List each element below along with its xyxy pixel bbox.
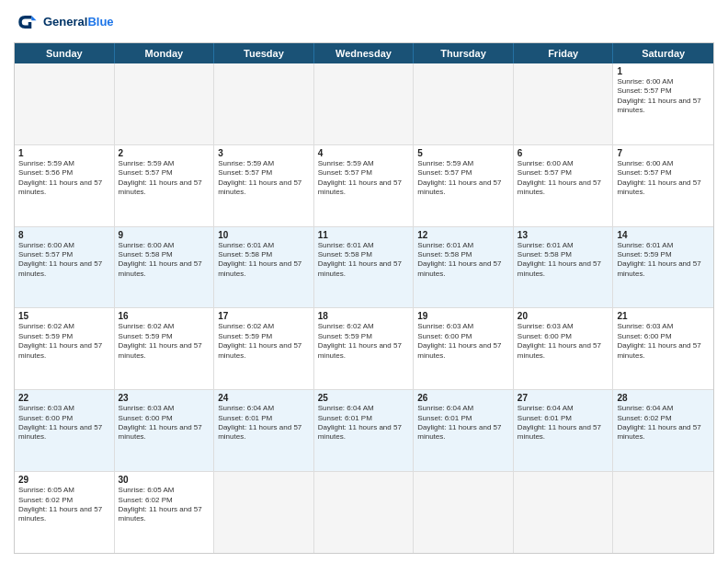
day-number: 26 (417, 393, 509, 403)
day-number: 13 (518, 230, 609, 240)
cell-info: Sunrise: 5:59 AMSunset: 5:56 PMDaylight:… (18, 159, 110, 198)
calendar-cell: 17Sunrise: 6:02 AMSunset: 5:59 PMDayligh… (214, 308, 314, 389)
cell-info: Sunrise: 6:03 AMSunset: 6:00 PMDaylight:… (18, 404, 110, 442)
cell-info: Sunrise: 6:01 AMSunset: 5:59 PMDaylight:… (617, 241, 710, 280)
day-number: 12 (417, 230, 509, 240)
day-number: 15 (18, 311, 110, 321)
day-number: 4 (318, 148, 410, 158)
day-number: 22 (18, 393, 110, 403)
cell-info: Sunrise: 6:00 AMSunset: 5:57 PMDaylight:… (518, 159, 609, 198)
cell-info: Sunrise: 6:01 AMSunset: 5:58 PMDaylight:… (417, 241, 509, 280)
day-number: 9 (119, 230, 210, 240)
calendar-cell: 3Sunrise: 5:59 AMSunset: 5:57 PMDaylight… (214, 145, 314, 226)
cell-info: Sunrise: 6:00 AMSunset: 5:57 PMDaylight:… (617, 77, 710, 116)
calendar-cell (514, 472, 614, 553)
cell-info: Sunrise: 5:59 AMSunset: 5:57 PMDaylight:… (218, 159, 310, 198)
day-number: 10 (218, 230, 310, 240)
calendar-cell: 26Sunrise: 6:04 AMSunset: 6:01 PMDayligh… (414, 390, 514, 471)
day-number: 11 (318, 230, 410, 240)
day-number: 30 (119, 475, 210, 485)
calendar-cell (15, 63, 115, 144)
calendar-cell: 1Sunrise: 6:00 AMSunset: 5:57 PMDaylight… (613, 63, 713, 144)
cell-info: Sunrise: 6:04 AMSunset: 6:01 PMDaylight:… (518, 404, 609, 442)
calendar-row: 22Sunrise: 6:03 AMSunset: 6:00 PMDayligh… (15, 390, 713, 472)
day-header-sunday: Sunday (15, 43, 115, 63)
calendar-row: 15Sunrise: 6:02 AMSunset: 5:59 PMDayligh… (15, 308, 713, 390)
cell-info: Sunrise: 6:05 AMSunset: 6:02 PMDaylight:… (18, 486, 110, 524)
calendar-cell: 27Sunrise: 6:04 AMSunset: 6:01 PMDayligh… (514, 390, 614, 471)
day-header-saturday: Saturday (613, 43, 713, 63)
calendar-cell (214, 472, 314, 553)
svg-rect-0 (14, 9, 40, 35)
day-number: 1 (617, 66, 710, 76)
calendar-cell: 18Sunrise: 6:02 AMSunset: 5:59 PMDayligh… (314, 308, 415, 389)
calendar-cell (613, 472, 713, 553)
cell-info: Sunrise: 6:04 AMSunset: 6:01 PMDaylight:… (218, 404, 310, 442)
day-number: 21 (617, 311, 710, 321)
calendar-cell (314, 472, 415, 553)
day-number: 14 (617, 230, 710, 240)
day-header-monday: Monday (115, 43, 215, 63)
calendar-cell (314, 63, 415, 144)
cell-info: Sunrise: 6:00 AMSunset: 5:57 PMDaylight:… (18, 241, 110, 280)
calendar-row: 1Sunrise: 6:00 AMSunset: 5:57 PMDaylight… (15, 63, 713, 145)
cell-info: Sunrise: 6:02 AMSunset: 5:59 PMDaylight:… (18, 322, 110, 361)
calendar-cell: 28Sunrise: 6:04 AMSunset: 6:02 PMDayligh… (613, 390, 713, 471)
day-number: 27 (518, 393, 609, 403)
cell-info: Sunrise: 6:01 AMSunset: 5:58 PMDaylight:… (218, 241, 310, 280)
calendar-cell: 30Sunrise: 6:05 AMSunset: 6:02 PMDayligh… (115, 472, 215, 553)
cell-info: Sunrise: 5:59 AMSunset: 5:57 PMDaylight:… (318, 159, 410, 198)
cell-info: Sunrise: 6:04 AMSunset: 6:01 PMDaylight:… (417, 404, 509, 442)
cell-info: Sunrise: 6:02 AMSunset: 5:59 PMDaylight:… (218, 322, 310, 361)
calendar-cell: 6Sunrise: 6:00 AMSunset: 5:57 PMDaylight… (514, 145, 614, 226)
day-header-friday: Friday (514, 43, 614, 63)
calendar-cell: 9Sunrise: 6:00 AMSunset: 5:58 PMDaylight… (115, 227, 215, 308)
calendar: SundayMondayTuesdayWednesdayThursdayFrid… (14, 42, 714, 554)
day-number: 8 (18, 230, 110, 240)
cell-info: Sunrise: 6:03 AMSunset: 6:00 PMDaylight:… (417, 322, 509, 361)
calendar-cell: 21Sunrise: 6:03 AMSunset: 6:00 PMDayligh… (613, 308, 713, 389)
day-number: 19 (417, 311, 509, 321)
calendar-cell: 24Sunrise: 6:04 AMSunset: 6:01 PMDayligh… (214, 390, 314, 471)
calendar-cell: 7Sunrise: 6:00 AMSunset: 5:57 PMDaylight… (613, 145, 713, 226)
calendar-cell: 22Sunrise: 6:03 AMSunset: 6:00 PMDayligh… (15, 390, 115, 471)
calendar-row: 29Sunrise: 6:05 AMSunset: 6:02 PMDayligh… (15, 472, 713, 553)
cell-info: Sunrise: 6:02 AMSunset: 5:59 PMDaylight:… (318, 322, 410, 361)
calendar-cell: 23Sunrise: 6:03 AMSunset: 6:00 PMDayligh… (115, 390, 215, 471)
day-number: 16 (119, 311, 210, 321)
day-number: 25 (318, 393, 410, 403)
cell-info: Sunrise: 6:01 AMSunset: 5:58 PMDaylight:… (518, 241, 609, 280)
cell-info: Sunrise: 5:59 AMSunset: 5:57 PMDaylight:… (417, 159, 509, 198)
calendar-cell: 20Sunrise: 6:03 AMSunset: 6:00 PMDayligh… (514, 308, 614, 389)
calendar-cell: 10Sunrise: 6:01 AMSunset: 5:58 PMDayligh… (214, 227, 314, 308)
calendar-row: 1Sunrise: 5:59 AMSunset: 5:56 PMDaylight… (15, 145, 713, 227)
calendar-cell: 8Sunrise: 6:00 AMSunset: 5:57 PMDaylight… (15, 227, 115, 308)
calendar-cell (514, 63, 614, 144)
calendar-cell: 12Sunrise: 6:01 AMSunset: 5:58 PMDayligh… (414, 227, 514, 308)
calendar-cell (414, 63, 514, 144)
day-number: 20 (518, 311, 609, 321)
cell-info: Sunrise: 6:03 AMSunset: 6:00 PMDaylight:… (617, 322, 710, 361)
day-number: 28 (617, 393, 710, 403)
calendar-cell: 2Sunrise: 5:59 AMSunset: 5:57 PMDaylight… (115, 145, 215, 226)
day-number: 24 (218, 393, 310, 403)
calendar-cell (414, 472, 514, 553)
calendar-cell: 1Sunrise: 5:59 AMSunset: 5:56 PMDaylight… (15, 145, 115, 226)
day-header-thursday: Thursday (414, 43, 514, 63)
day-number: 18 (318, 311, 410, 321)
day-number: 3 (218, 148, 310, 158)
day-number: 1 (18, 148, 110, 158)
calendar-cell: 15Sunrise: 6:02 AMSunset: 5:59 PMDayligh… (15, 308, 115, 389)
calendar-cell: 16Sunrise: 6:02 AMSunset: 5:59 PMDayligh… (115, 308, 215, 389)
calendar-cell: 5Sunrise: 5:59 AMSunset: 5:57 PMDaylight… (414, 145, 514, 226)
day-number: 23 (119, 393, 210, 403)
cell-info: Sunrise: 6:00 AMSunset: 5:57 PMDaylight:… (617, 159, 710, 198)
cell-info: Sunrise: 6:02 AMSunset: 5:59 PMDaylight:… (119, 322, 210, 361)
logo-text-block: GeneralBlue (43, 16, 114, 29)
calendar-header: SundayMondayTuesdayWednesdayThursdayFrid… (15, 43, 713, 63)
day-number: 29 (18, 475, 110, 485)
header: GeneralBlue (14, 9, 714, 35)
cell-info: Sunrise: 6:05 AMSunset: 6:02 PMDaylight:… (119, 486, 210, 524)
cell-info: Sunrise: 6:00 AMSunset: 5:58 PMDaylight:… (119, 241, 210, 280)
calendar-cell: 25Sunrise: 6:04 AMSunset: 6:01 PMDayligh… (314, 390, 415, 471)
